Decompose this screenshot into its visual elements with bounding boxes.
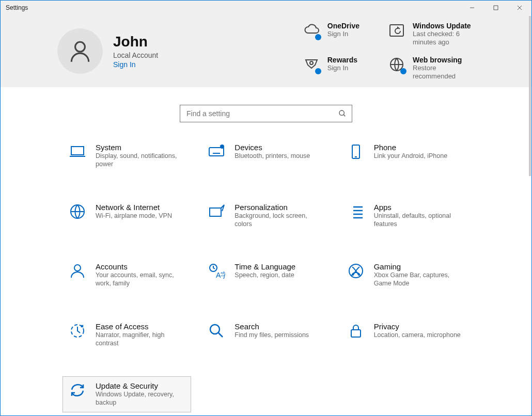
category-desc: Windows Update, recovery, backup	[96, 390, 185, 407]
svg-point-8	[339, 110, 344, 115]
category-desc: Bluetooth, printers, mouse	[234, 152, 310, 160]
tile-sub: Restore recommended	[413, 64, 480, 81]
category-gaming[interactable]: Gaming Xbox Game Bar, captures, Game Mod…	[341, 257, 470, 293]
svg-rect-22	[210, 208, 221, 216]
account-header: John Local Account Sign In OneDrive Sign…	[1, 15, 531, 87]
category-network[interactable]: Network & Internet Wi-Fi, airplane mode,…	[62, 198, 191, 234]
globe-icon	[69, 203, 86, 220]
account-name: John	[113, 34, 158, 50]
avatar[interactable]	[57, 28, 103, 74]
category-title: Update & Security	[96, 381, 185, 390]
window-controls	[460, 1, 531, 15]
svg-text:A字: A字	[216, 271, 225, 279]
sign-in-link[interactable]: Sign In	[113, 60, 158, 69]
category-apps[interactable]: Apps Uninstall, defaults, optional featu…	[341, 198, 470, 234]
tile-title: Web browsing	[413, 56, 480, 64]
category-title: Phone	[374, 143, 447, 152]
globe-icon	[388, 56, 405, 73]
scrollbar[interactable]	[529, 16, 531, 176]
search-input[interactable]	[185, 109, 338, 118]
xbox-icon	[347, 262, 365, 280]
category-accounts[interactable]: Accounts Your accounts, email, sync, wor…	[62, 257, 191, 293]
category-title: Time & Language	[234, 262, 295, 271]
maximize-button[interactable]	[484, 1, 508, 15]
svg-rect-38	[351, 330, 361, 337]
account-type: Local Account	[113, 51, 158, 59]
apps-icon	[347, 203, 365, 220]
category-desc: Uninstall, defaults, optional features	[374, 212, 463, 229]
time-language-icon: A字	[208, 262, 225, 280]
svg-line-37	[218, 333, 223, 337]
ease-of-access-icon	[69, 322, 86, 340]
tile-web-browsing[interactable]: Web browsing Restore recommended	[388, 56, 480, 81]
update-icon	[388, 22, 405, 39]
svg-line-9	[343, 115, 345, 116]
tile-rewards[interactable]: Rewards Sign In	[303, 56, 359, 81]
categories-grid: System Display, sound, notifications, po…	[1, 138, 531, 416]
search-icon	[208, 322, 225, 340]
tile-title: OneDrive	[327, 22, 359, 30]
category-search[interactable]: Search Find my files, permissions	[201, 317, 330, 353]
category-title: Network & Internet	[96, 203, 172, 212]
window-title: Settings	[6, 4, 28, 11]
category-desc: Find my files, permissions	[234, 331, 309, 339]
category-personalization[interactable]: Personalization Background, lock screen,…	[201, 198, 330, 234]
tile-sub: Sign In	[327, 64, 357, 72]
category-phone[interactable]: Phone Link your Android, iPhone	[341, 138, 470, 174]
svg-rect-10	[71, 147, 84, 155]
svg-point-6	[310, 61, 313, 65]
category-title: Privacy	[374, 322, 461, 331]
category-title: System	[96, 143, 185, 152]
category-desc: Xbox Game Bar, captures, Game Mode	[374, 271, 463, 288]
svg-rect-11	[209, 148, 224, 156]
rewards-icon	[303, 56, 320, 73]
search-icon	[338, 109, 347, 118]
person-icon	[69, 262, 86, 280]
sync-icon	[69, 381, 86, 399]
close-button[interactable]	[508, 1, 531, 15]
tile-sub: Sign In	[327, 30, 359, 38]
paint-icon	[208, 203, 225, 220]
category-ease-of-access[interactable]: Ease of Access Narrator, magnifier, high…	[62, 317, 191, 353]
category-devices[interactable]: Devices Bluetooth, printers, mouse	[201, 138, 330, 174]
category-title: Apps	[374, 203, 463, 212]
laptop-icon	[69, 143, 86, 161]
title-bar: Settings	[1, 1, 531, 15]
category-desc: Narrator, magnifier, high contrast	[96, 331, 185, 348]
account-info: John Local Account Sign In	[113, 34, 158, 69]
category-system[interactable]: System Display, sound, notifications, po…	[62, 138, 191, 174]
category-desc: Wi-Fi, airplane mode, VPN	[96, 212, 172, 220]
search-box[interactable]	[180, 105, 352, 122]
tile-onedrive[interactable]: OneDrive Sign In	[303, 22, 359, 47]
category-title: Accounts	[96, 262, 185, 271]
tile-windows-update[interactable]: Windows Update Last checked: 6 minutes a…	[388, 22, 480, 47]
category-desc: Your accounts, email, sync, work, family	[96, 271, 185, 288]
svg-point-36	[210, 325, 220, 334]
header-tiles: OneDrive Sign In Windows Update Last che…	[303, 22, 480, 81]
svg-point-4	[75, 42, 85, 52]
svg-point-18	[220, 145, 224, 149]
svg-point-31	[74, 265, 81, 271]
category-desc: Display, sound, notifications, power	[96, 152, 185, 169]
svg-rect-5	[390, 25, 403, 36]
category-title: Search	[234, 322, 309, 331]
category-title: Devices	[234, 143, 310, 152]
category-update-security[interactable]: Update & Security Windows Update, recove…	[62, 376, 191, 412]
category-time-language[interactable]: A字 Time & Language Speech, region, date	[201, 257, 330, 293]
tile-title: Windows Update	[413, 22, 480, 30]
tile-title: Rewards	[327, 56, 357, 64]
category-privacy[interactable]: Privacy Location, camera, microphone	[341, 317, 470, 353]
category-desc: Speech, region, date	[234, 271, 295, 279]
category-desc: Location, camera, microphone	[374, 331, 461, 339]
keyboard-icon	[208, 143, 225, 161]
lock-icon	[347, 322, 365, 340]
category-title: Ease of Access	[96, 322, 185, 331]
person-icon	[67, 38, 93, 64]
category-title: Personalization	[234, 203, 324, 212]
svg-rect-1	[494, 6, 498, 10]
tile-sub: Last checked: 6 minutes ago	[413, 30, 480, 47]
minimize-button[interactable]	[460, 1, 484, 15]
category-desc: Background, lock screen, colors	[234, 212, 324, 229]
cloud-icon	[303, 22, 320, 39]
category-title: Gaming	[374, 262, 463, 271]
